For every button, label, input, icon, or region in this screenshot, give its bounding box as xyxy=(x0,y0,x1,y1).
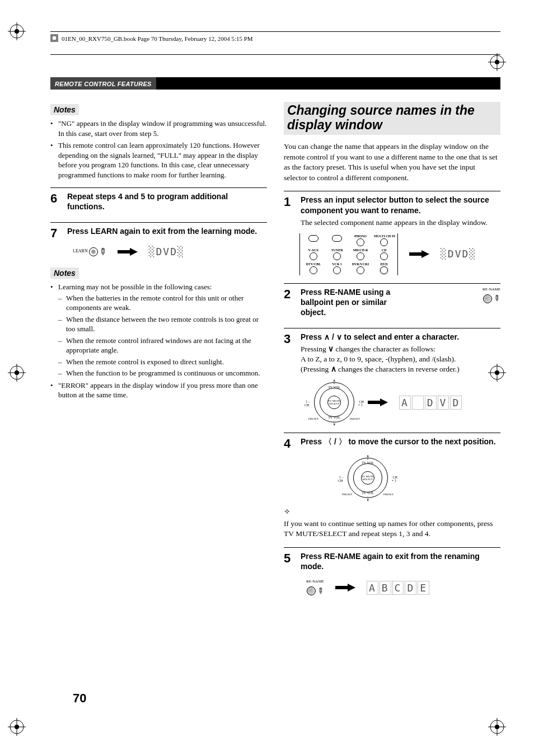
svg-marker-26 xyxy=(118,248,138,256)
remote-button-icon xyxy=(308,235,318,242)
page-number: 70 xyxy=(73,691,86,706)
lcd-display: ░DVD░ xyxy=(149,245,185,259)
chevron-up-icon: ∧ xyxy=(324,332,330,341)
rename-button-label: RE-NAME xyxy=(483,287,500,292)
tip-icon: ✧ xyxy=(284,507,500,518)
registration-mark-icon xyxy=(8,364,26,385)
recessed-button-icon xyxy=(89,247,98,256)
step-number: 4 xyxy=(284,436,301,450)
chevron-down-icon: ∨ xyxy=(333,422,335,426)
notes-list: "NG" appears in the display window if pr… xyxy=(50,119,267,180)
arrow-right-icon xyxy=(335,584,355,591)
note-subitem: When the remote control infrared windows… xyxy=(58,336,267,355)
remote-button-icon xyxy=(380,238,388,246)
remote-button-icon xyxy=(332,235,342,242)
note-item: "ERROR" appears in the display window if… xyxy=(50,381,267,400)
dpad-label: TV VOL xyxy=(328,386,340,389)
dpad-label: CH xyxy=(305,403,309,407)
registration-mark-icon xyxy=(488,53,506,74)
notes-list: Learning may not be possible in the foll… xyxy=(50,282,267,400)
remote-button-icon xyxy=(333,252,341,260)
recessed-button-icon xyxy=(307,586,316,595)
note-lead: Learning may not be possible in the foll… xyxy=(58,283,212,291)
framemaker-header: 01EN_00_RXV750_GB.book Page 70 Thursday,… xyxy=(50,34,500,43)
remote-button-icon xyxy=(380,266,388,274)
svg-marker-28 xyxy=(368,398,388,406)
lcd-display: ABCDE xyxy=(367,581,430,595)
pen-icon: ✎ xyxy=(96,245,109,259)
step-title: Press RE-NAME using a ballpoint pen or s… xyxy=(301,287,413,318)
dpad-figure: TV MUTE SELECT ∧+TV VOL TV VOL–∨ CH+ 〉 〈… xyxy=(312,380,500,425)
dpad-label: PRESET xyxy=(342,493,352,496)
btn-label: MULTI CH IN xyxy=(374,234,394,238)
remote-button-icon xyxy=(310,266,317,274)
step-1: 1 Press an input selector button to sele… xyxy=(284,191,500,228)
registration-mark-icon xyxy=(488,718,506,739)
remote-button-icon xyxy=(380,252,388,260)
learn-button-label: LEARN xyxy=(73,248,88,255)
step-title: Repeat steps 4 and 5 to program addition… xyxy=(67,191,267,212)
dpad-label: TV VOL xyxy=(362,461,374,464)
remote-button-icon xyxy=(357,238,364,246)
btn-label: DTV/CBL xyxy=(303,262,324,266)
chevron-left-icon: 〈 xyxy=(324,437,332,446)
rename-button-label: RE-NAME xyxy=(306,579,324,584)
chevron-right-icon: 〉 xyxy=(339,437,346,446)
learn-button-illustration: LEARN ✎ xyxy=(73,246,106,258)
step-title: Press 〈 / 〉 to move the cursor to the ne… xyxy=(301,436,500,447)
left-column: Notes "NG" appears in the display window… xyxy=(50,102,267,603)
registration-mark-icon xyxy=(488,364,506,385)
dpad-label: CH xyxy=(338,479,343,482)
step-title: Press RE-NAME again to exit from the ren… xyxy=(301,551,500,571)
lcd-display: ░DVD░ xyxy=(441,247,476,261)
step-3: 3 Press ∧ / ∨ to select and enter a char… xyxy=(284,328,500,375)
chevron-down-icon: ∨ xyxy=(367,498,369,501)
chevron-right-icon: 〉 xyxy=(395,479,398,482)
note-subitem: When the remote control is exposed to di… xyxy=(58,357,267,367)
arrow-right-icon xyxy=(409,250,429,258)
rename-exit-figure: RE-NAME ✎ ABCDE xyxy=(306,579,500,596)
remote-button-icon xyxy=(357,266,364,274)
pen-icon: ✎ xyxy=(490,293,503,305)
svg-marker-27 xyxy=(409,250,429,258)
note-sublist: When the batteries in the remote control… xyxy=(58,293,267,378)
remote-button-icon xyxy=(333,266,341,274)
btn-label: DVD xyxy=(374,262,394,266)
section-header-title: REMOTE CONTROL FEATURES xyxy=(55,81,152,87)
input-selector-figure: PHONO MULTI CH IN V-AUX TUNER MD/CD-R CD… xyxy=(299,233,500,275)
btn-label: V-AUX xyxy=(303,248,324,252)
top-rule xyxy=(50,54,500,55)
step-title: Press ∧ / ∨ to select and enter a charac… xyxy=(301,332,500,342)
step-2: 2 Press RE-NAME using a ballpoint pen or… xyxy=(284,283,500,320)
svg-rect-25 xyxy=(52,36,57,40)
step-number: 6 xyxy=(50,191,67,214)
dpad-label: PRESET xyxy=(383,493,394,496)
learn-figure: LEARN ✎ ░DVD░ xyxy=(73,245,267,259)
step-7: 7 Press LEARN again to exit from the lea… xyxy=(50,222,267,240)
dpad-figure-2: TV MUTE SELECT ∧+TV VOL TV VOL–∨ CH+ 〉 〈… xyxy=(345,456,500,500)
step-number: 3 xyxy=(284,332,301,375)
book-icon xyxy=(50,34,58,43)
page: 01EN_00_RXV750_GB.book Page 70 Thursday,… xyxy=(0,0,534,756)
step-description: Pressing ∨ changes the character as foll… xyxy=(301,344,500,375)
section-header-bar: REMOTE CONTROL FEATURES xyxy=(50,77,500,90)
step-number: 1 xyxy=(284,195,301,228)
remote-button-icon xyxy=(310,252,317,260)
note-item: This remote control can learn approximat… xyxy=(50,140,267,180)
btn-label: CD xyxy=(374,248,394,252)
top-rule xyxy=(50,31,500,32)
registration-mark-icon xyxy=(8,718,26,739)
chevron-right-icon: 〉 xyxy=(361,403,364,407)
note-item: Learning may not be possible in the foll… xyxy=(50,282,267,378)
chevron-up-icon: ∧ xyxy=(331,365,336,373)
arrow-right-icon xyxy=(368,398,388,406)
pen-icon: ✎ xyxy=(314,585,326,597)
intro-paragraph: You can change the name that appears in … xyxy=(284,142,500,184)
rename-button-illustration: RE-NAME ✎ xyxy=(306,579,324,596)
chevron-down-icon: ∨ xyxy=(328,345,334,353)
step-description: The selected component name appears in t… xyxy=(301,218,500,228)
step-4: 4 Press 〈 / 〉 to move the cursor to the … xyxy=(284,433,500,450)
step-6: 6 Repeat steps 4 and 5 to program additi… xyxy=(50,187,267,214)
step-number: 5 xyxy=(284,551,301,574)
dpad-label: PRESET xyxy=(350,417,360,420)
